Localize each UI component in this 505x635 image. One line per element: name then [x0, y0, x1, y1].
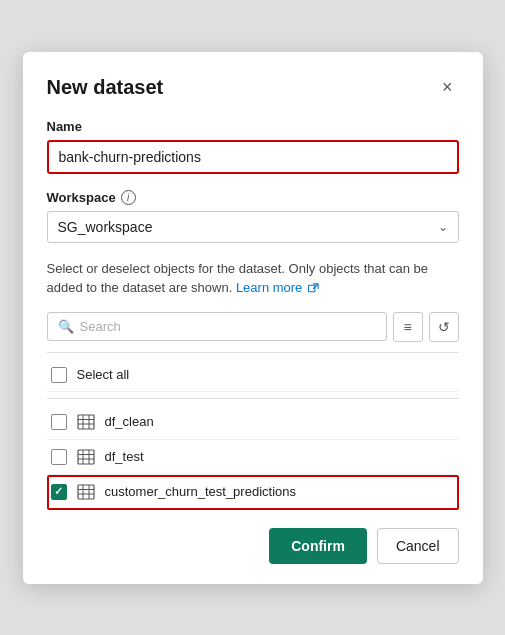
- workspace-label: Workspace: [47, 190, 116, 205]
- select-all-item[interactable]: Select all: [47, 359, 459, 392]
- name-input[interactable]: [47, 140, 459, 174]
- name-label: Name: [47, 119, 459, 134]
- table-icon-df-clean: [77, 413, 95, 431]
- chevron-down-icon: ⌄: [438, 220, 448, 234]
- select-all-label: Select all: [77, 367, 130, 382]
- modal-title: New dataset: [47, 76, 164, 99]
- filter-icon: ≡: [403, 319, 411, 335]
- refresh-icon: ↺: [438, 319, 450, 335]
- checkbox-df-test[interactable]: [51, 449, 67, 465]
- checkbox-customer-churn[interactable]: [51, 484, 67, 500]
- table-icon-df-test: [77, 448, 95, 466]
- object-name-df-clean: df_clean: [105, 414, 154, 429]
- workspace-label-row: Workspace i: [47, 190, 459, 205]
- select-all-checkbox[interactable]: [51, 367, 67, 383]
- object-item-customer-churn[interactable]: customer_churn_test_predictions: [47, 475, 459, 510]
- refresh-button[interactable]: ↺: [429, 312, 459, 342]
- search-icon: 🔍: [58, 319, 74, 334]
- footer-actions: Confirm Cancel: [47, 528, 459, 564]
- object-item-df-clean[interactable]: df_clean: [47, 405, 459, 440]
- object-name-df-test: df_test: [105, 449, 144, 464]
- workspace-info-icon[interactable]: i: [121, 190, 136, 205]
- cancel-button[interactable]: Cancel: [377, 528, 459, 564]
- search-box[interactable]: 🔍 Search: [47, 312, 387, 341]
- search-placeholder: Search: [80, 319, 121, 334]
- object-item-df-test[interactable]: df_test: [47, 440, 459, 475]
- divider-after-select-all: [47, 398, 459, 399]
- object-list: Select all df_clean: [47, 352, 459, 510]
- external-link-icon: [308, 283, 319, 294]
- new-dataset-modal: New dataset × Name Workspace i SG_worksp…: [23, 52, 483, 584]
- modal-header: New dataset ×: [47, 76, 459, 99]
- svg-rect-12: [78, 485, 94, 499]
- filter-button[interactable]: ≡: [393, 312, 423, 342]
- svg-rect-2: [78, 415, 94, 429]
- checkbox-df-clean[interactable]: [51, 414, 67, 430]
- description-text: Select or deselect objects for the datas…: [47, 259, 459, 298]
- workspace-dropdown[interactable]: SG_workspace ⌄: [47, 211, 459, 243]
- svg-rect-7: [78, 450, 94, 464]
- table-icon-customer-churn: [77, 483, 95, 501]
- confirm-button[interactable]: Confirm: [269, 528, 367, 564]
- close-button[interactable]: ×: [436, 76, 459, 98]
- search-row: 🔍 Search ≡ ↺: [47, 312, 459, 342]
- object-name-customer-churn: customer_churn_test_predictions: [105, 484, 297, 499]
- learn-more-link[interactable]: Learn more: [236, 280, 319, 295]
- top-divider: [47, 352, 459, 353]
- workspace-selected-value: SG_workspace: [58, 219, 153, 235]
